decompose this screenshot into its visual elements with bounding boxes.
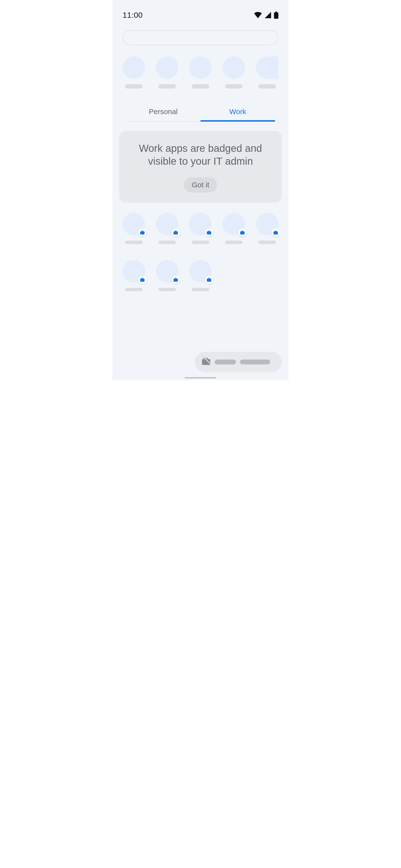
work-app-item[interactable]	[123, 260, 145, 291]
work-profile-toggle-pill[interactable]	[195, 352, 282, 372]
app-label	[225, 84, 243, 89]
app-label	[258, 84, 276, 89]
app-label	[158, 241, 176, 244]
clock: 11:00	[123, 11, 143, 20]
wifi-icon	[254, 12, 262, 18]
briefcase-icon	[172, 276, 180, 284]
search-input[interactable]	[123, 30, 278, 45]
app-icon	[123, 56, 145, 79]
briefcase-icon	[138, 228, 147, 237]
app-item[interactable]	[189, 56, 212, 89]
app-icon	[156, 56, 178, 79]
battery-icon	[274, 11, 278, 19]
profile-tabs: Personal Work	[126, 104, 275, 122]
work-apps-row	[123, 213, 278, 244]
work-app-item[interactable]	[123, 213, 145, 244]
app-label	[192, 241, 209, 244]
app-item[interactable]	[123, 56, 145, 89]
app-label	[192, 84, 209, 89]
app-label	[225, 241, 243, 244]
app-item[interactable]	[256, 56, 278, 89]
work-app-item[interactable]	[223, 213, 245, 244]
app-label	[125, 241, 143, 244]
briefcase-icon	[238, 228, 246, 237]
tab-personal[interactable]: Personal	[126, 104, 201, 121]
app-label	[158, 288, 176, 291]
svg-rect-0	[275, 11, 277, 12]
app-label	[192, 288, 209, 291]
pill-text-placeholder	[215, 360, 236, 365]
work-app-item[interactable]	[189, 260, 212, 291]
work-app-item[interactable]	[156, 260, 178, 291]
briefcase-icon	[138, 276, 147, 284]
work-app-item[interactable]	[189, 213, 212, 244]
app-item[interactable]	[156, 56, 178, 89]
status-icons	[254, 11, 278, 19]
suggested-apps-row	[123, 56, 278, 89]
app-item[interactable]	[223, 56, 245, 89]
work-apps-row	[123, 260, 278, 291]
app-icon	[189, 56, 212, 79]
work-profile-notice: Work apps are badged and visible to your…	[119, 131, 282, 203]
app-label	[125, 288, 143, 291]
app-label	[258, 241, 276, 244]
work-app-item[interactable]	[156, 213, 178, 244]
tab-work[interactable]: Work	[201, 104, 275, 122]
status-bar: 11:00	[113, 0, 288, 22]
briefcase-off-icon	[202, 358, 211, 367]
app-label	[125, 84, 143, 89]
briefcase-icon	[172, 228, 180, 237]
app-label	[158, 84, 176, 89]
app-icon	[223, 56, 245, 79]
notice-message: Work apps are badged and visible to your…	[129, 142, 272, 167]
work-app-item[interactable]	[256, 213, 278, 244]
nav-home-handle[interactable]	[185, 377, 216, 378]
app-drawer-screen: 11:00	[113, 0, 288, 380]
briefcase-icon	[272, 228, 280, 237]
pill-text-placeholder	[240, 360, 270, 365]
briefcase-icon	[205, 228, 213, 237]
svg-rect-1	[274, 12, 278, 19]
briefcase-icon	[205, 276, 213, 284]
signal-icon	[265, 12, 271, 18]
got-it-button[interactable]: Got it	[184, 177, 217, 192]
app-icon	[256, 56, 278, 79]
